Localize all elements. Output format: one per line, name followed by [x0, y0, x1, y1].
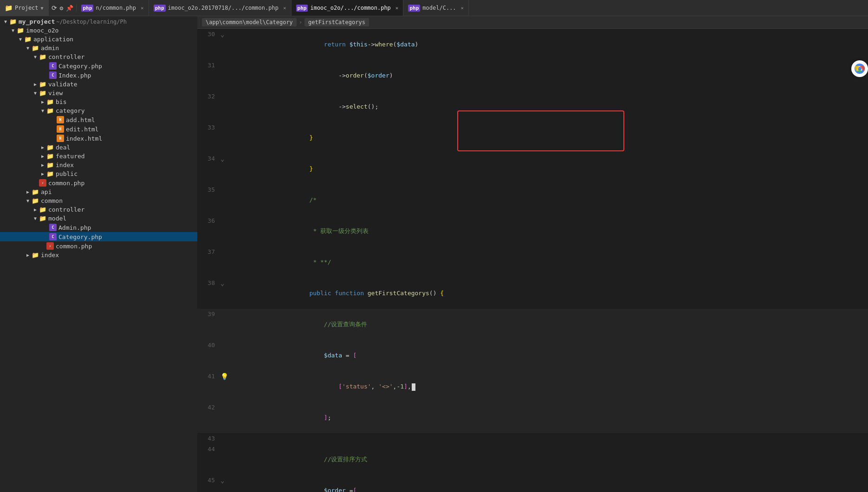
close-icon-2[interactable]: × [283, 5, 286, 11]
tab-common-php-2[interactable]: php imooc_o2o.20170718/.../common.php × [149, 0, 291, 16]
gutter-30: ⌄ [220, 29, 234, 60]
folder-icon-admin: 📁 [32, 45, 39, 52]
tree-index-bottom[interactable]: ▶ 📁 index [0, 251, 197, 259]
label-common: common [41, 197, 63, 204]
gutter-39 [220, 309, 234, 340]
php-tab-icon-3: php [296, 5, 308, 12]
tab-common-php-1[interactable]: php n/common.php × [77, 0, 149, 16]
arrow-view: ▼ [32, 91, 39, 96]
tree-common-php-common[interactable]: ▶ ⚡ common.php [0, 241, 197, 251]
html-icon-add: H [57, 116, 64, 123]
arrow-ctrl-admin: ▼ [32, 54, 39, 59]
root-path: ~/Desktop/learning/Ph [56, 19, 127, 25]
label-cat-admin: Category.php [58, 63, 102, 70]
fold-38[interactable]: ⌄ [220, 279, 224, 287]
code-view[interactable]: 30 ⌄ return $this->where($data) 31 [197, 29, 868, 492]
main-area: ▼ 📁 my_project ~/Desktop/learning/Ph ▼ 📁… [0, 16, 868, 492]
php-icon-admin-php: C [49, 224, 57, 231]
tree-add-html[interactable]: ▶ H add.html [0, 115, 197, 124]
folder-icon-common: 📁 [32, 197, 39, 204]
gutter-40 [220, 340, 234, 371]
tree-controller-common[interactable]: ▶ 📁 controller [0, 205, 197, 214]
close-icon-1[interactable]: × [141, 5, 144, 11]
tree-index-html[interactable]: ▶ H index.html [0, 134, 197, 143]
arrow-model: ▼ [32, 216, 39, 221]
linenum-32: 32 [197, 91, 220, 122]
line-39: 39 //设置查询条件 [197, 309, 868, 340]
settings-icon[interactable]: ⚙ [60, 5, 64, 12]
arrow-admin: ▼ [24, 45, 32, 51]
tree-edit-html[interactable]: ▶ H edit.html [0, 124, 197, 134]
linenum-41: 41 [197, 371, 220, 402]
folder-icon-ctrl-admin: 📁 [39, 53, 46, 60]
tree-category-dir[interactable]: ▼ 📁 category [0, 106, 197, 115]
label-cat-dir: category [56, 107, 85, 114]
tree-controller-admin[interactable]: ▼ 📁 controller [0, 52, 197, 61]
fold-30[interactable]: ⌄ [220, 31, 224, 38]
gutter-36 [220, 215, 234, 246]
line-40: 40 $data = [ [197, 340, 868, 371]
breadcrumb-method: getFirstCategorys [304, 18, 369, 26]
refresh-icon[interactable]: ⟳ [52, 4, 57, 12]
chrome-extension-icon[interactable] [851, 60, 868, 77]
line-31: 31 ->order($order) [197, 60, 868, 91]
tree-application[interactable]: ▼ 📁 application [0, 35, 197, 44]
tree-admin-php[interactable]: ▶ C Admin.php [0, 223, 197, 232]
tree-admin[interactable]: ▼ 📁 admin [0, 44, 197, 52]
gutter-44 [220, 444, 234, 475]
tree-root[interactable]: ▼ 📁 my_project ~/Desktop/learning/Ph [0, 17, 197, 26]
folder-icon-public: 📁 [46, 170, 54, 177]
tab-label: Project [15, 5, 39, 11]
close-icon-4[interactable]: × [461, 5, 464, 11]
close-icon-3[interactable]: × [395, 5, 399, 11]
tree-common[interactable]: ▼ 📁 common [0, 196, 197, 205]
linenum-33: 33 [197, 122, 220, 153]
linenum-44: 44 [197, 444, 220, 475]
linenum-30: 30 [197, 29, 220, 60]
tree-category-php-admin[interactable]: ▶ C Category.php [0, 61, 197, 71]
tab-common-php-3[interactable]: php imooc_o2o/.../common.php × [291, 0, 404, 16]
pin-icon[interactable]: 📌 [66, 5, 73, 12]
arrow-cat-dir: ▼ [39, 108, 46, 113]
label-admin: admin [41, 45, 59, 52]
arrow-api: ▶ [24, 189, 32, 194]
lightbulb-41[interactable]: 💡 [220, 373, 228, 380]
line-30: 30 ⌄ return $this->where($data) [197, 29, 868, 60]
tree-category-php-active[interactable]: ▶ C Category.php [0, 232, 197, 241]
linecontent-40: $data = [ [234, 340, 868, 371]
folder-icon-imooc: 📁 [17, 27, 24, 34]
tree-view[interactable]: ▼ 📁 view [0, 89, 197, 97]
php-tab-icon-2: php [154, 5, 166, 12]
tab-model-cat[interactable]: php model/C... × [403, 0, 469, 16]
php-icon-cat-active: C [49, 233, 57, 240]
tab-label-5: model/C... [422, 5, 456, 11]
tree-index-php[interactable]: ▶ C Index.php [0, 71, 197, 80]
label-app: application [33, 36, 73, 43]
tree-index-folder[interactable]: ▶ 📁 index [0, 161, 197, 169]
tree-bis[interactable]: ▶ 📁 bis [0, 97, 197, 106]
fold-34[interactable]: ⌄ [220, 155, 224, 162]
tree-api[interactable]: ▶ 📁 api [0, 188, 197, 196]
tab-project[interactable]: 📁 Project ▼ [0, 0, 49, 16]
arrow-app: ▼ [17, 37, 24, 42]
tree-common-php-app[interactable]: ▶ ⚡ common.php [0, 178, 197, 188]
linecontent-45: $order =[ [234, 475, 868, 492]
tree-deal[interactable]: ▶ 📁 deal [0, 143, 197, 152]
folder-icon-idx-bottom: 📁 [32, 252, 39, 259]
tree-model[interactable]: ▼ 📁 model [0, 214, 197, 223]
root-arrow: ▼ [2, 19, 9, 24]
folder-icon-featured: 📁 [46, 153, 54, 160]
tree-featured[interactable]: ▶ 📁 featured [0, 152, 197, 161]
tab-bar: 📁 Project ▼ ⟳ ⚙ 📌 php n/common.php × php… [0, 0, 868, 16]
folder-icon-cat-dir: 📁 [46, 107, 54, 114]
line-43: 43 [197, 433, 868, 444]
label-validate: validate [48, 81, 78, 88]
breadcrumb-class: \app\common\model\Category [202, 18, 297, 26]
linenum-40: 40 [197, 340, 220, 371]
tree-public[interactable]: ▶ 📁 public [0, 169, 197, 178]
tree-validate[interactable]: ▶ 📁 validate [0, 80, 197, 89]
tree-imooc-o2o[interactable]: ▼ 📁 imooc_o2o [0, 26, 197, 35]
linecontent-33: } [234, 122, 868, 153]
fold-45[interactable]: ⌄ [220, 477, 224, 484]
folder-icon-ctrl-common: 📁 [39, 206, 46, 213]
